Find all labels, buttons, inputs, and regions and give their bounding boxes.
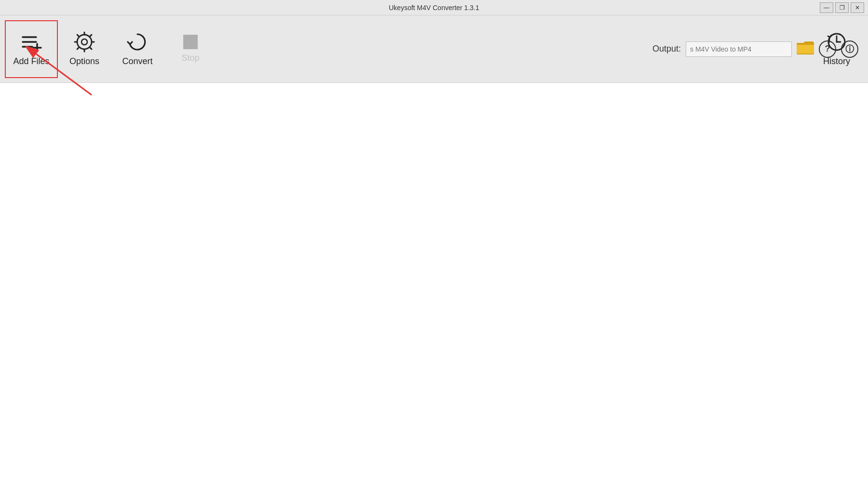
minimize-button[interactable]: — bbox=[820, 2, 833, 13]
convert-icon bbox=[127, 31, 148, 53]
options-label: Options bbox=[69, 56, 99, 67]
add-files-button[interactable]: Add Files bbox=[5, 20, 58, 78]
output-path-input[interactable] bbox=[686, 41, 792, 57]
close-icon: ✕ bbox=[855, 4, 860, 11]
stop-label: Stop bbox=[181, 53, 199, 63]
title-bar: Ukeysoft M4V Converter 1.3.1 — ❐ ✕ bbox=[0, 0, 868, 15]
add-files-icon bbox=[21, 31, 42, 53]
stop-icon bbox=[183, 35, 198, 49]
options-icon bbox=[74, 31, 95, 53]
minimize-icon: — bbox=[824, 4, 829, 11]
help-button[interactable]: ? bbox=[819, 40, 836, 58]
output-label: Output: bbox=[652, 44, 681, 54]
close-button[interactable]: ✕ bbox=[851, 2, 864, 13]
history-label: History bbox=[823, 56, 850, 67]
info-button[interactable]: ⓘ bbox=[841, 40, 858, 58]
convert-button[interactable]: Convert bbox=[111, 20, 164, 78]
restore-button[interactable]: ❐ bbox=[835, 2, 849, 13]
help-icon: ? bbox=[825, 44, 830, 54]
options-button[interactable]: Options bbox=[58, 20, 111, 78]
svg-rect-12 bbox=[797, 45, 814, 54]
window-controls: — ❐ ✕ bbox=[820, 2, 864, 13]
info-icon: ⓘ bbox=[845, 43, 854, 55]
add-files-label: Add Files bbox=[13, 56, 49, 67]
window-title: Ukeysoft M4V Converter 1.3.1 bbox=[389, 4, 479, 12]
convert-label: Convert bbox=[122, 56, 152, 67]
output-section: Output: ? ⓘ bbox=[652, 40, 858, 58]
main-content-area bbox=[0, 83, 868, 482]
toolbar: Add Files Options Convert Stop bbox=[0, 15, 868, 83]
folder-browse-button[interactable] bbox=[797, 40, 814, 58]
restore-icon: ❐ bbox=[840, 4, 845, 11]
stop-button[interactable]: Stop bbox=[164, 20, 217, 78]
